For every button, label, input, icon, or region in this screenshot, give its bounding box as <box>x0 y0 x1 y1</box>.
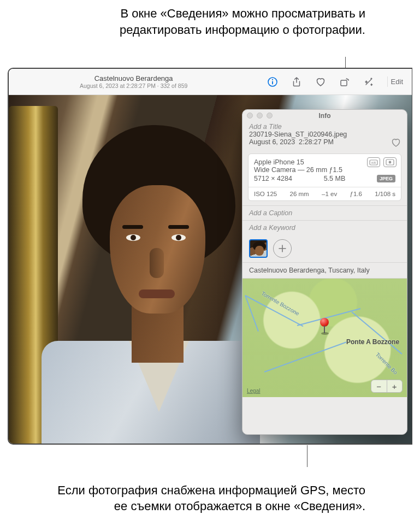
metering-icon <box>383 157 397 167</box>
photo-subtitle: August 6, 2023 at 2:28:27 PM · 332 of 85… <box>80 82 187 89</box>
wand-icon <box>363 76 374 87</box>
keyword-field[interactable]: Add a Keyword <box>249 224 400 232</box>
info-icon <box>267 76 278 87</box>
annotation-bottom: Если фотография снабжена информацией GPS… <box>44 482 365 515</box>
toolbar-title-block: Castelnuovo Berardenga August 6, 2023 at… <box>80 74 187 89</box>
share-button[interactable] <box>289 74 304 90</box>
info-panel-titlebar: Info <box>242 110 407 122</box>
heart-icon <box>315 76 326 87</box>
map-zoom-out-button[interactable]: − <box>371 380 387 392</box>
location-map[interactable]: Torrente Bozzone Torrente Bo Ponte A Boz… <box>242 278 407 397</box>
zoom-window-button[interactable] <box>267 113 273 119</box>
minimize-window-button[interactable] <box>257 113 263 119</box>
svg-point-7 <box>389 161 392 164</box>
favorite-toggle[interactable] <box>391 137 401 148</box>
map-river-label-2: Torrente Bo <box>375 351 399 375</box>
plus-icon <box>278 244 287 253</box>
map-pin[interactable] <box>320 318 330 333</box>
rotate-button[interactable] <box>337 74 352 90</box>
auto-enhance-button[interactable] <box>361 74 376 90</box>
photos-window: Castelnuovo Berardenga August 6, 2023 at… <box>8 68 412 445</box>
map-zoom-in-button[interactable]: + <box>387 380 403 392</box>
favorite-button[interactable] <box>313 74 328 90</box>
map-legal-link[interactable]: Legal <box>247 388 260 394</box>
exif-ev: –1 ev <box>322 191 337 197</box>
location-text[interactable]: Castelnuovo Berardenga, Tuscany, Italy <box>242 262 407 278</box>
title-field[interactable]: Add a Title <box>249 123 400 131</box>
map-river-label: Torrente Bozzone <box>261 290 300 317</box>
svg-point-2 <box>271 79 273 80</box>
info-panel: Info Add a Title 230719-Siena_ST_i020946… <box>242 109 407 435</box>
annotation-leader-bottom <box>307 445 307 467</box>
window-controls[interactable] <box>247 113 273 119</box>
image-dimensions: 5712 × 4284 <box>254 175 292 182</box>
camera-info-block: WB Apple iPhone 15 Wide Camera — 26 mm ƒ… <box>248 153 401 201</box>
format-badge: JPEG <box>377 175 395 182</box>
rotate-icon <box>339 76 350 87</box>
filename-label: 230719-Siena_ST_i020946.jpeg <box>249 131 400 138</box>
photo-title: Castelnuovo Berardenga <box>80 74 187 82</box>
svg-rect-1 <box>272 81 273 84</box>
annotation-top: В окне «Сведения» можно просматривать и … <box>82 5 365 38</box>
caption-field[interactable]: Add a Caption <box>249 209 400 217</box>
raw-badge-icon: WB <box>367 157 380 167</box>
file-size: 5.5 MB <box>324 175 346 182</box>
svg-rect-3 <box>341 80 347 86</box>
share-icon <box>291 76 302 87</box>
heart-icon <box>391 137 401 148</box>
detected-face-thumb[interactable] <box>249 239 268 258</box>
camera-lens: Wide Camera — 26 mm ƒ1.5 <box>254 166 395 174</box>
faces-row <box>242 235 407 262</box>
svg-text:WB: WB <box>371 161 376 164</box>
map-zoom-control: − + <box>371 380 403 393</box>
exif-focal: 26 mm <box>290 191 309 197</box>
exif-shutter: 1/108 s <box>375 191 395 197</box>
info-button[interactable] <box>265 74 280 90</box>
map-place-label: Ponte A Bozzone <box>346 339 399 346</box>
exif-aperture: ƒ1.6 <box>350 191 362 197</box>
add-face-button[interactable] <box>273 239 292 258</box>
info-panel-title: Info <box>319 112 331 120</box>
exif-iso: ISO 125 <box>254 191 277 197</box>
exif-row: ISO 125 26 mm –1 ev ƒ1.6 1/108 s <box>249 187 401 200</box>
toolbar: Castelnuovo Berardenga August 6, 2023 at… <box>9 69 412 95</box>
close-window-button[interactable] <box>247 113 253 119</box>
edit-button[interactable]: Edit <box>387 76 406 87</box>
datetime-label: August 6, 2023 2:28:27 PM <box>249 138 400 146</box>
